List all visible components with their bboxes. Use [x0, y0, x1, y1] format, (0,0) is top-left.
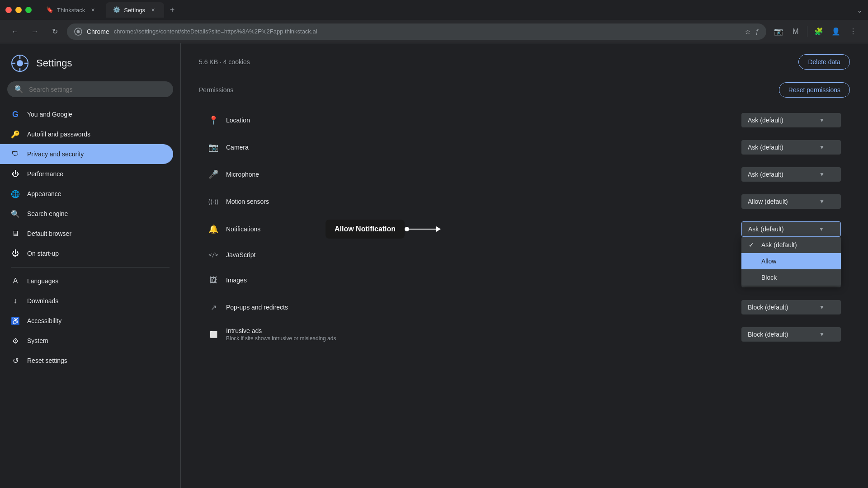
camera-select[interactable]: Ask (default) ▼: [741, 140, 841, 155]
sidebar-item-performance[interactable]: ⏻ Performance: [0, 164, 173, 184]
downloads-label: Downloads: [27, 297, 58, 305]
svg-point-1: [77, 30, 80, 33]
dropdown-item-allow[interactable]: Allow: [741, 253, 841, 269]
privacy-icon: 🛡: [11, 150, 20, 159]
motion-sensors-select[interactable]: Allow (default) ▼: [741, 194, 841, 209]
search-input[interactable]: [29, 86, 166, 93]
settings-header: Settings: [0, 51, 180, 81]
profile-icon[interactable]: M: [788, 24, 803, 39]
maximize-button[interactable]: [25, 7, 32, 13]
sidebar-divider: [11, 267, 170, 267]
intrusive-ads-select-display[interactable]: Block (default) ▼: [741, 327, 841, 342]
extensions-icon[interactable]: 🧩: [811, 24, 826, 39]
camera-label: Camera: [226, 144, 734, 151]
address-field[interactable]: Chrome chrome://settings/content/siteDet…: [67, 23, 766, 40]
microphone-label: Microphone: [226, 171, 734, 178]
settings-title: Settings: [36, 57, 72, 69]
tooltip-line: [405, 226, 441, 232]
intrusive-ads-select[interactable]: Block (default) ▼: [741, 327, 841, 342]
motion-sensors-icon: ((·)): [208, 196, 219, 207]
microphone-select-display[interactable]: Ask (default) ▼: [741, 167, 841, 182]
data-info-row: 5.6 KB · 4 cookies Delete data: [199, 54, 850, 70]
account-icon[interactable]: 👤: [828, 24, 844, 39]
notifications-label: Notifications: [226, 225, 734, 233]
permissions-label: Permissions: [199, 86, 233, 94]
tab-overflow-icon: ⌄: [857, 6, 863, 14]
search-engine-label: Search engine: [27, 210, 68, 217]
notifications-chevron-icon: ▼: [819, 226, 824, 232]
sidebar-item-on-startup[interactable]: ⏻ On start-up: [0, 244, 173, 263]
sidebar-item-appearance[interactable]: 🌐 Appearance: [0, 184, 173, 204]
reload-button[interactable]: ↻: [47, 24, 62, 39]
permissions-header: Permissions Reset permissions: [199, 82, 850, 98]
minimize-button[interactable]: [15, 7, 22, 13]
permission-row-location: 📍 Location Ask (default) ▼: [199, 107, 850, 134]
forward-button[interactable]: →: [27, 24, 42, 39]
tab-settings-close[interactable]: ✕: [149, 6, 157, 14]
intrusive-ads-chevron-icon: ▼: [819, 331, 825, 338]
search-icon: 🔍: [14, 85, 24, 94]
search-box[interactable]: 🔍: [7, 81, 173, 97]
sidebar-item-you-and-google[interactable]: G You and Google: [0, 104, 173, 124]
tab-overflow-button[interactable]: ⌄: [857, 6, 863, 14]
address-url: chrome://settings/content/siteDetails?si…: [114, 28, 317, 35]
accessibility-label: Accessibility: [27, 317, 61, 324]
close-button[interactable]: [5, 7, 12, 13]
notifications-select[interactable]: Ask (default) ▼ ✓ Ask (default) Allow: [741, 221, 841, 237]
popups-select[interactable]: Block (default) ▼: [741, 300, 841, 314]
sidebar-item-search-engine[interactable]: 🔍 Search engine: [0, 204, 173, 224]
tab-thinkstack-close[interactable]: ✕: [89, 6, 97, 14]
microphone-select[interactable]: Ask (default) ▼: [741, 167, 841, 182]
content-area: 5.6 KB · 4 cookies Delete data Permissio…: [181, 43, 868, 488]
sidebar-item-languages[interactable]: A Languages: [0, 271, 173, 291]
dropdown-item-ask-default[interactable]: ✓ Ask (default): [741, 237, 841, 253]
motion-sensors-chevron-icon: ▼: [819, 198, 825, 205]
delete-data-button[interactable]: Delete data: [798, 54, 850, 70]
sidebar-item-downloads[interactable]: ↓ Downloads: [0, 291, 173, 311]
performance-label: Performance: [27, 170, 63, 178]
popups-select-display[interactable]: Block (default) ▼: [741, 300, 841, 314]
back-button[interactable]: ←: [7, 24, 23, 39]
chrome-settings-logo: [11, 54, 29, 72]
dropdown-allow-label: Allow: [761, 258, 776, 265]
sidebar-item-system[interactable]: ⚙ System: [0, 331, 173, 351]
you-google-label: You and Google: [27, 111, 72, 118]
code-icon: ƒ: [755, 28, 759, 35]
three-dots-icon: ⋮: [849, 27, 857, 36]
back-icon: ←: [11, 28, 19, 36]
svg-point-3: [17, 60, 23, 66]
permission-row-intrusive-ads: ⬜ Intrusive ads Block if site shows intr…: [199, 321, 850, 348]
address-bar-row: ← → ↻ Chrome chrome://settings/content/s…: [0, 20, 868, 43]
new-tab-button[interactable]: +: [166, 4, 179, 16]
motion-sensors-value: Allow (default): [748, 198, 788, 205]
sidebar-item-accessibility[interactable]: ♿ Accessibility: [0, 311, 173, 331]
tab-thinkstack[interactable]: 🔖 Thinkstack ✕: [39, 2, 104, 18]
bookmark-icon[interactable]: ☆: [745, 28, 751, 35]
javascript-icon: </>: [208, 249, 219, 260]
images-icon: 🖼: [208, 275, 219, 286]
browser-frame: 🔖 Thinkstack ✕ ⚙️ Settings ✕ + ⌄ ← → ↻: [0, 0, 868, 488]
system-label: System: [27, 337, 48, 344]
motion-sensors-select-display[interactable]: Allow (default) ▼: [741, 194, 841, 209]
sidebar: Settings 🔍 G You and Google 🔑 Autofill a…: [0, 43, 181, 488]
permission-row-camera: 📷 Camera Ask (default) ▼: [199, 134, 850, 161]
sidebar-item-reset-settings[interactable]: ↺ Reset settings: [0, 351, 173, 371]
reset-permissions-button[interactable]: Reset permissions: [779, 82, 850, 98]
dropdown-block-label: Block: [761, 274, 777, 281]
location-select[interactable]: Ask (default) ▼: [741, 113, 841, 127]
dropdown-item-block[interactable]: Block: [741, 269, 841, 286]
motion-sensors-label: Motion sensors: [226, 198, 734, 205]
tab-settings[interactable]: ⚙️ Settings ✕: [106, 2, 164, 18]
menu-icon[interactable]: ⋮: [845, 24, 861, 39]
permission-row-notifications: 🔔 Notifications Ask (default) ▼ ✓ Ask (d…: [199, 215, 850, 243]
sidebar-item-privacy-security[interactable]: 🛡 Privacy and security: [0, 144, 173, 164]
popups-value: Block (default): [748, 304, 788, 311]
location-select-display[interactable]: Ask (default) ▼: [741, 113, 841, 127]
sidebar-item-default-browser[interactable]: 🖥 Default browser: [0, 224, 173, 244]
permission-row-motion-sensors: ((·)) Motion sensors Allow (default) ▼: [199, 188, 850, 215]
camera-toolbar-icon[interactable]: 📷: [771, 24, 786, 39]
data-info-text: 5.6 KB · 4 cookies: [199, 58, 250, 66]
sidebar-item-autofill[interactable]: 🔑 Autofill and passwords: [0, 124, 173, 144]
notifications-select-display[interactable]: Ask (default) ▼: [741, 221, 841, 237]
camera-select-display[interactable]: Ask (default) ▼: [741, 140, 841, 155]
